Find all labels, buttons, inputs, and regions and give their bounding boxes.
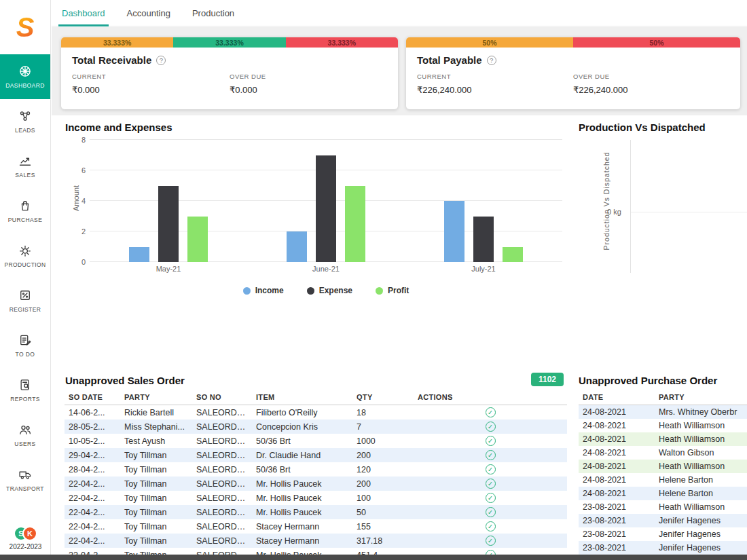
receivable-progress-bar: 33.333%33.333%33.333%: [61, 37, 398, 48]
sidebar-item-purchase[interactable]: PURCHASE: [0, 189, 50, 234]
table-row[interactable]: 24-08-2021Heath Williamson: [579, 460, 747, 473]
approve-check-icon[interactable]: ✓: [486, 550, 496, 555]
table-row[interactable]: 23-08-2021Jenifer Hagenes: [579, 541, 747, 555]
approve-check-icon[interactable]: ✓: [486, 536, 496, 546]
sidebar-item-label: TO DO: [16, 351, 35, 358]
bar-group: [405, 140, 562, 262]
bar-profit[interactable]: [345, 186, 365, 263]
table-row[interactable]: 22-04-2...Toy TillmanSALEORDE...Stacey H…: [65, 534, 567, 548]
bar-expense[interactable]: [158, 186, 179, 263]
bar-profit[interactable]: [503, 247, 523, 263]
fiscal-year-label[interactable]: 2022-2023: [0, 543, 51, 550]
table-cell: 50/36 Brt: [252, 434, 352, 448]
table-cell: 22-04-2...: [65, 519, 120, 534]
approve-check-icon[interactable]: ✓: [486, 407, 496, 417]
sidebar-item-label: SALES: [15, 172, 35, 179]
column-header[interactable]: DATE: [579, 390, 655, 405]
bar-income[interactable]: [444, 201, 464, 262]
sidebar-item-todo[interactable]: TO DO: [0, 323, 50, 368]
column-header[interactable]: PARTY: [120, 390, 192, 405]
chart-x-axis: May-21June-21July-21: [90, 265, 562, 273]
bar-expense[interactable]: [473, 217, 494, 263]
approve-check-icon[interactable]: ✓: [486, 436, 496, 446]
sidebar-item-reports[interactable]: REPORTS: [0, 368, 50, 413]
sidebar-item-label: LEADS: [15, 127, 35, 134]
help-icon[interactable]: ?: [156, 56, 166, 65]
chart-legend: IncomeExpenseProfit: [90, 286, 562, 295]
sidebar-item-sales[interactable]: SALES: [0, 144, 50, 189]
sidebar-item-label: REGISTER: [10, 306, 41, 313]
table-row[interactable]: 22-04-2...Toy TillmanSALEORDE...Mr. Holl…: [65, 491, 567, 505]
table-row[interactable]: 22-04-2...Toy TillmanSALEORDE...Mr. Holl…: [65, 548, 567, 555]
table-cell: Mrs. Whitney Oberbr: [655, 405, 747, 419]
table-cell: Helene Barton: [655, 487, 747, 500]
production-vs-dispatched-title: Production Vs Dispatched: [579, 122, 747, 133]
approve-check-icon[interactable]: ✓: [486, 479, 496, 489]
actions-cell: ✓: [414, 519, 567, 534]
column-header[interactable]: PARTY: [655, 390, 747, 405]
table-row[interactable]: 24-08-2021Heath Williamson: [579, 432, 747, 446]
sidebar-item-leads[interactable]: LEADS: [0, 99, 50, 144]
bar-profit[interactable]: [187, 217, 208, 263]
approve-check-icon[interactable]: ✓: [486, 521, 496, 531]
column-header[interactable]: ITEM: [252, 390, 352, 405]
chart-category-label: June-21: [247, 265, 405, 273]
table-row[interactable]: 29-04-2...Toy TillmanSALEORDE...Dr. Clau…: [65, 448, 567, 462]
tab-production[interactable]: Production: [191, 0, 236, 26]
sales-orders-count-badge[interactable]: 1102: [531, 373, 564, 386]
approve-check-icon[interactable]: ✓: [486, 422, 496, 432]
stat-value: ₹0.000: [230, 85, 387, 95]
tab-accounting[interactable]: Accounting: [126, 0, 172, 26]
progress-segment: 33.333%: [61, 37, 173, 48]
column-header[interactable]: SO DATE: [65, 390, 120, 405]
table-row[interactable]: 24-08-2021Helene Barton: [579, 473, 747, 487]
sidebar-item-transport[interactable]: TRANSPORT: [0, 458, 50, 502]
sidebar-item-users[interactable]: USERS: [0, 413, 50, 458]
approve-check-icon[interactable]: ✓: [486, 493, 496, 503]
column-header[interactable]: QTY: [352, 390, 414, 405]
table-row[interactable]: 24-08-2021Walton Gibson: [579, 446, 747, 460]
bar-expense[interactable]: [316, 155, 336, 263]
app-logo[interactable]: S: [0, 0, 50, 54]
table-row[interactable]: 14-06-2...Rickie BartellSALEORDE...Filib…: [65, 405, 567, 420]
card-title: Total Receivable: [72, 54, 151, 66]
legend-item[interactable]: Expense: [307, 286, 352, 295]
table-cell: 24-08-2021: [579, 419, 655, 432]
table-row[interactable]: 22-04-2...Toy TillmanSALEORDE...Stacey H…: [65, 519, 567, 534]
table-row[interactable]: 24-08-2021Mrs. Whitney Oberbr: [579, 405, 747, 419]
table-row[interactable]: 23-08-2021Jenifer Hagenes: [579, 527, 747, 541]
sidebar-item-register[interactable]: REGISTER: [0, 278, 50, 323]
top-nav: Dashboard Accounting Production: [52, 0, 747, 26]
table-cell: Concepcion Kris: [252, 419, 352, 434]
stat-label: OVER DUE: [573, 73, 729, 80]
approve-check-icon[interactable]: ✓: [486, 464, 496, 474]
sidebar-item-dashboard[interactable]: DASHBOARD: [0, 54, 50, 99]
bar-income[interactable]: [129, 247, 149, 263]
sidebar-item-production[interactable]: PRODUCTION: [0, 234, 50, 278]
table-row[interactable]: 24-08-2021Heath Williamson: [579, 419, 747, 432]
approve-check-icon[interactable]: ✓: [486, 450, 496, 460]
purchase-orders-table: DATEPARTY24-08-2021Mrs. Whitney Oberbr24…: [579, 390, 747, 555]
tab-dashboard[interactable]: Dashboard: [60, 0, 107, 26]
table-row[interactable]: 23-08-2021Heath Williamson: [579, 500, 747, 514]
avatar[interactable]: K: [22, 526, 37, 541]
legend-item[interactable]: Profit: [376, 286, 409, 295]
table-row[interactable]: 10-05-2...Test AyushSALEORDE...50/36 Brt…: [65, 434, 567, 448]
table-row[interactable]: 28-04-2...Toy TillmanSALEORDE...50/36 Br…: [65, 462, 567, 477]
legend-item[interactable]: Income: [243, 286, 284, 295]
table-cell: Dr. Claudie Hand: [252, 448, 352, 462]
table-row[interactable]: 22-04-2...Toy TillmanSALEORDE...Mr. Holl…: [65, 477, 567, 491]
table-row[interactable]: 28-05-2...Miss Stephani...SALEORDE...Con…: [65, 419, 567, 434]
bar-income[interactable]: [287, 231, 307, 262]
help-icon[interactable]: ?: [487, 56, 496, 65]
column-header[interactable]: SO NO: [192, 390, 252, 405]
table-row[interactable]: 24-08-2021Helene Barton: [579, 487, 747, 500]
table-row[interactable]: 23-08-2021Jenifer Hagenes: [579, 514, 747, 527]
horizontal-scrollbar[interactable]: [0, 555, 747, 560]
table-row[interactable]: 22-04-2...Toy TillmanSALEORDE...Mr. Holl…: [65, 505, 567, 519]
approve-check-icon[interactable]: ✓: [486, 507, 496, 517]
column-header[interactable]: ACTIONS: [414, 390, 567, 405]
todo-icon: [18, 333, 32, 347]
table-cell: Jenifer Hagenes: [655, 527, 747, 541]
prod-chart-ytick: 0 kg: [607, 208, 621, 216]
